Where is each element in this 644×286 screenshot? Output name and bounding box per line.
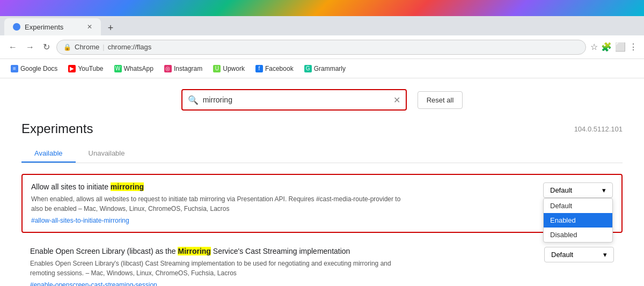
google-docs-icon: ≡ xyxy=(11,65,18,72)
dropdown-selected-2: Default xyxy=(551,251,573,259)
dropdown-option-enabled-1[interactable]: Enabled xyxy=(544,213,612,228)
bookmark-grammarly-label: Grammarly xyxy=(314,65,346,72)
address-bar: ← → ↻ 🔒 Chrome | chrome://flags ☆ 🧩 ⬜ ⋮ xyxy=(0,35,644,59)
search-input[interactable] xyxy=(203,96,389,104)
dropdown-selected-1: Default xyxy=(550,186,572,194)
exp1-title-highlight: mirroring xyxy=(111,182,144,191)
lock-icon: 🔒 xyxy=(63,43,71,51)
dropdown-1[interactable]: Default ▾ Default Enabled Disabled xyxy=(543,182,613,198)
experiment-desc-1: When enabled, allows all websites to req… xyxy=(31,194,407,214)
search-box: 🔍 ✕ xyxy=(181,89,407,111)
dropdown-menu-1: Default Enabled Disabled xyxy=(543,198,613,243)
url-separator: | xyxy=(103,43,104,51)
address-actions: ☆ 🧩 ⬜ ⋮ xyxy=(590,42,638,52)
url-value: chrome://flags xyxy=(108,43,152,51)
experiment-title-2: Enable Open Screen Library (libcast) as … xyxy=(30,247,614,255)
search-container: 🔍 ✕ Reset all xyxy=(21,89,623,111)
experiment-card-2: Enable Open Screen Library (libcast) as … xyxy=(21,239,623,286)
page-header: Experiments 104.0.5112.101 xyxy=(21,121,623,136)
url-bar[interactable]: 🔒 Chrome | chrome://flags xyxy=(56,40,586,55)
tab-available[interactable]: Available xyxy=(21,145,76,163)
bookmark-google-docs[interactable]: ≡ Google Docs xyxy=(6,63,62,75)
active-tab[interactable]: Experiments ✕ xyxy=(4,18,101,35)
back-button[interactable]: ← xyxy=(6,40,19,54)
tab-close-button[interactable]: ✕ xyxy=(87,23,92,31)
whatsapp-icon: W xyxy=(114,65,122,72)
bookmark-instagram[interactable]: ◎ Instagram xyxy=(160,63,207,75)
experiment-link-1[interactable]: #allow-all-sites-to-initiate-mirroring xyxy=(31,217,613,224)
exp2-title-after: Service's Cast Streaming implementation xyxy=(211,247,350,255)
exp1-title-before: Allow all sites to initiate xyxy=(31,182,111,191)
bookmark-youtube[interactable]: ▶ YouTube xyxy=(64,63,107,75)
chevron-down-icon-2: ▾ xyxy=(603,251,607,259)
refresh-button[interactable]: ↻ xyxy=(41,40,52,54)
bookmark-youtube-label: YouTube xyxy=(78,65,103,72)
bookmark-facebook[interactable]: f Facebook xyxy=(251,63,298,75)
bookmark-facebook-label: Facebook xyxy=(265,65,294,72)
bookmark-google-docs-label: Google Docs xyxy=(20,65,57,72)
search-clear-button[interactable]: ✕ xyxy=(393,95,400,105)
bookmark-whatsapp[interactable]: W WhatsApp xyxy=(110,63,158,75)
dropdown-button-1[interactable]: Default ▾ xyxy=(543,182,613,198)
tab-title: Experiments xyxy=(25,23,63,31)
search-icon: 🔍 xyxy=(188,95,199,105)
exp2-title-highlight: Mirroring xyxy=(178,247,210,255)
profile-button[interactable]: ⬜ xyxy=(615,42,626,52)
bookmark-upwork[interactable]: U Upwork xyxy=(209,63,249,75)
bookmark-instagram-label: Instagram xyxy=(174,65,202,72)
bookmark-upwork-label: Upwork xyxy=(223,65,245,72)
youtube-icon: ▶ xyxy=(68,65,76,72)
experiment-card-1: Allow all sites to initiate mirroring Wh… xyxy=(21,174,623,233)
page-title: Experiments xyxy=(21,121,93,136)
exp2-title-before: Enable Open Screen Library (libcast) as … xyxy=(30,247,178,255)
new-tab-button[interactable]: + xyxy=(103,20,118,35)
menu-button[interactable]: ⋮ xyxy=(629,42,638,52)
url-prefix: Chrome xyxy=(75,43,99,51)
tab-unavailable[interactable]: Unavailable xyxy=(76,145,138,163)
grammarly-icon: G xyxy=(304,65,312,72)
dropdown-2[interactable]: Default ▾ xyxy=(544,247,614,262)
tabs-container: Available Unavailable xyxy=(21,145,623,163)
reset-all-button[interactable]: Reset all xyxy=(418,91,463,109)
dropdown-button-2[interactable]: Default ▾ xyxy=(544,247,614,262)
bookmarks-bar: ≡ Google Docs ▶ YouTube W WhatsApp ◎ Ins… xyxy=(0,59,644,78)
version-text: 104.0.5112.101 xyxy=(574,125,623,133)
browser-top-bar xyxy=(0,0,644,16)
dropdown-option-default-1[interactable]: Default xyxy=(544,199,612,213)
experiment-desc-2: Enables Open Screen Library's (libcast) … xyxy=(30,259,406,278)
tab-favicon xyxy=(13,23,20,31)
tab-bar: Experiments ✕ + xyxy=(0,16,644,35)
forward-button[interactable]: → xyxy=(24,40,36,54)
instagram-icon: ◎ xyxy=(164,65,172,72)
upwork-icon: U xyxy=(213,65,221,72)
experiment-link-2[interactable]: #enable-openscreen-cast-streaming-sessio… xyxy=(30,281,614,286)
extensions-button[interactable]: 🧩 xyxy=(601,42,612,52)
facebook-icon: f xyxy=(255,65,263,72)
chevron-down-icon: ▾ xyxy=(602,186,606,194)
bookmark-grammarly[interactable]: G Grammarly xyxy=(300,63,350,75)
main-content: 🔍 ✕ Reset all Experiments 104.0.5112.101… xyxy=(0,78,644,286)
experiment-title-1: Allow all sites to initiate mirroring xyxy=(31,182,613,191)
star-button[interactable]: ☆ xyxy=(590,42,598,52)
bookmark-whatsapp-label: WhatsApp xyxy=(124,65,153,72)
dropdown-option-disabled-1[interactable]: Disabled xyxy=(544,228,612,242)
